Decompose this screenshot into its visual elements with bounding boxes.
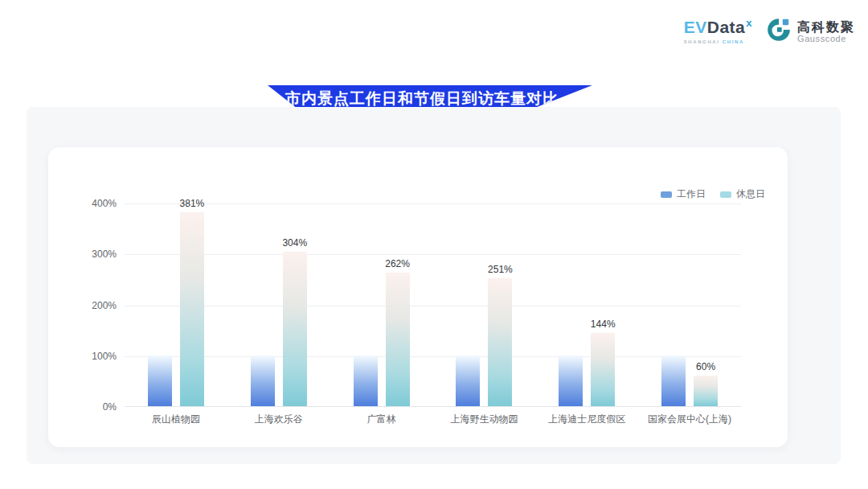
evdata-subtext: SHANGHAI CHINA	[684, 39, 744, 44]
y-tick-label: 300%	[67, 249, 117, 260]
header-logos: EVDatax SHANGHAI CHINA 高科数聚 Gausscode	[684, 16, 855, 47]
restday-bar: 262%	[386, 273, 410, 406]
workday-bar	[148, 355, 172, 406]
y-tick-label: 200%	[67, 300, 117, 311]
workday-bar	[456, 355, 480, 406]
evdata-wordmark: EVDatax	[684, 18, 752, 39]
gausscode-icon	[765, 16, 792, 47]
bar-group: 144%上海迪士尼度假区	[535, 203, 638, 406]
legend-swatch	[720, 191, 731, 198]
workday-bar	[559, 355, 583, 406]
legend-label: 工作日	[677, 187, 706, 201]
bar-group: 251%上海野生动物园	[432, 203, 535, 406]
bar-group: 381%辰山植物园	[125, 203, 227, 406]
y-tick-label: 100%	[67, 351, 117, 362]
restday-bar: 381%	[180, 212, 204, 406]
restday-bar: 251%	[488, 278, 512, 406]
category-label: 上海迪士尼度假区	[548, 413, 625, 426]
restday-bar: 60%	[694, 376, 718, 406]
category-label: 国家会展中心(上海)	[648, 413, 731, 426]
restday-bar: 144%	[591, 333, 615, 406]
gausscode-name-cn: 高科数聚	[797, 20, 855, 34]
value-label: 304%	[282, 237, 307, 249]
legend-swatch	[661, 191, 672, 198]
bar-group: 304%上海欢乐谷	[227, 203, 330, 406]
chart-legend: 工作日休息日	[661, 187, 765, 201]
plot-area: 400%300%200%100%0%381%辰山植物园304%上海欢乐谷262%…	[125, 203, 741, 407]
page-title: 市内景点工作日和节假日到访车量对比	[285, 88, 559, 109]
evdata-subtext-china: CHINA	[723, 39, 744, 44]
y-tick-label: 0%	[67, 401, 117, 413]
gausscode-text: 高科数聚 Gausscode	[797, 20, 855, 43]
value-label: 251%	[488, 264, 513, 275]
value-label: 381%	[180, 198, 205, 209]
bar-group: 60%国家会展中心(上海)	[638, 203, 741, 406]
bar-group: 262%广富林	[330, 203, 433, 406]
legend-item-restday[interactable]: 休息日	[720, 187, 765, 201]
gausscode-logo: 高科数聚 Gausscode	[765, 16, 855, 47]
restday-bar: 304%	[283, 252, 307, 406]
evdata-x-icon: x	[746, 17, 752, 29]
workday-bar	[661, 355, 686, 406]
category-label: 上海野生动物园	[450, 413, 518, 426]
workday-bar	[251, 355, 275, 406]
value-label: 262%	[385, 258, 410, 269]
evdata-logo: EVDatax SHANGHAI CHINA	[684, 18, 752, 44]
evdata-data: Data	[707, 18, 746, 36]
category-label: 上海欢乐谷	[255, 413, 303, 426]
legend-label: 休息日	[736, 187, 765, 201]
category-label: 辰山植物园	[152, 413, 200, 426]
workday-bar	[354, 355, 378, 406]
value-label: 60%	[696, 361, 715, 372]
bar-groups: 381%辰山植物园304%上海欢乐谷262%广富林251%上海野生动物园144%…	[125, 203, 741, 406]
category-label: 广富林	[367, 413, 396, 426]
page: EVDatax SHANGHAI CHINA 高科数聚 Gausscode 市内…	[0, 0, 868, 489]
evdata-ev: EV	[684, 18, 707, 36]
evdata-subtext-shanghai: SHANGHAI	[684, 39, 720, 44]
legend-item-workday[interactable]: 工作日	[661, 187, 706, 201]
y-tick-label: 400%	[67, 198, 117, 209]
gausscode-name-en: Gausscode	[797, 34, 855, 43]
value-label: 144%	[591, 318, 616, 330]
